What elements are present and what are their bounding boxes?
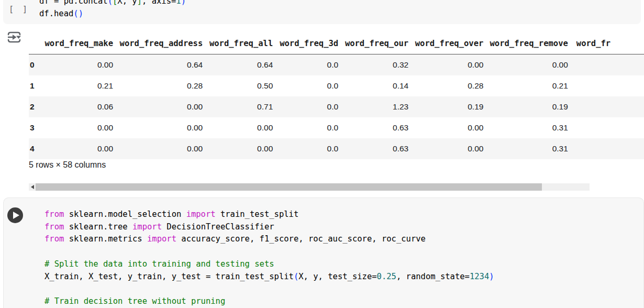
- table-cell: 0.00: [203, 117, 273, 138]
- table-cell: 0.00: [113, 117, 203, 138]
- code-editor-bottom[interactable]: from sklearn.model_selection import trai…: [45, 208, 494, 308]
- column-header: word_freq_all: [203, 33, 273, 54]
- table-cell: 0.14: [338, 75, 408, 96]
- code-line: [45, 246, 494, 258]
- table-cell: 0.21: [483, 75, 568, 96]
- table-cell: 0.71: [203, 96, 273, 117]
- column-header: word_freq_make: [42, 33, 113, 54]
- table-cell: 0.21: [42, 75, 113, 96]
- row-index: 3: [29, 117, 42, 138]
- table-cell: 0.31: [483, 117, 568, 138]
- row-index: 1: [29, 75, 42, 96]
- code-cell-top[interactable]: [ ] df = pd.concat([X, y], axis=1)df.hea…: [3, 0, 641, 24]
- column-header: word_freq_remove: [483, 33, 568, 54]
- horizontal-scrollbar[interactable]: [29, 183, 590, 191]
- table-cell: 0.63: [338, 138, 408, 159]
- code-line: df.head(): [39, 8, 186, 20]
- play-icon: [13, 212, 19, 219]
- execution-indicator[interactable]: [ ]: [9, 5, 29, 14]
- table-cell: [568, 117, 644, 138]
- table-cell: 0.00: [42, 54, 113, 76]
- table-row: 00.000.640.640.00.320.000.00: [29, 54, 644, 76]
- table-cell: 0.00: [42, 138, 113, 159]
- table-header-row: word_freq_makeword_freq_addressword_freq…: [29, 33, 644, 54]
- table-cell: [568, 75, 644, 96]
- table-cell: 0.0: [273, 54, 338, 76]
- code-line: X_train, X_test, y_train, y_test = train…: [45, 271, 494, 283]
- dataframe-output: word_freq_makeword_freq_addressword_freq…: [29, 33, 644, 159]
- table-cell: 0.00: [113, 138, 203, 159]
- table-cell: 0.19: [408, 96, 483, 117]
- table-cell: 0.00: [203, 138, 273, 159]
- table-cell: 0.00: [113, 96, 203, 117]
- table-cell: 0.64: [113, 54, 203, 76]
- index-header: [29, 33, 42, 54]
- table-cell: 0.0: [273, 96, 338, 117]
- run-cell-button[interactable]: [7, 207, 23, 223]
- code-line: df = pd.concat([X, y], axis=1): [39, 0, 186, 8]
- table-row: 20.060.000.710.01.230.190.19: [29, 96, 644, 117]
- table-cell: 0.00: [408, 138, 483, 159]
- table-cell: 0.28: [408, 75, 483, 96]
- table-cell: 0.00: [408, 54, 483, 76]
- table-cell: 0.0: [273, 117, 338, 138]
- table-cell: 0.64: [203, 54, 273, 76]
- table-row: 10.210.280.500.00.140.280.21: [29, 75, 644, 96]
- code-line: from sklearn.tree import DecisionTreeCla…: [45, 221, 494, 234]
- table-row: 30.000.000.000.00.630.000.31: [29, 117, 644, 138]
- row-index: 4: [29, 138, 42, 159]
- column-header: word_freq_3d: [273, 33, 338, 54]
- notebook-page: [ ] df = pd.concat([X, y], axis=1)df.hea…: [0, 0, 644, 308]
- dataframe-summary: 5 rows × 58 columns: [29, 160, 106, 170]
- table-cell: 0.31: [483, 138, 568, 159]
- table-cell: [568, 54, 644, 76]
- code-line: # Train decision tree without pruning: [45, 295, 494, 308]
- table-cell: 0.32: [338, 54, 408, 76]
- table-cell: 0.00: [42, 117, 113, 138]
- code-line: from sklearn.metrics import accuracy_sco…: [45, 233, 494, 246]
- code-line: [45, 283, 494, 295]
- table-cell: 0.00: [483, 54, 568, 76]
- column-header: word_fr: [568, 33, 644, 54]
- table-cell: 0.06: [42, 96, 113, 117]
- table-cell: 0.0: [273, 138, 338, 159]
- table-cell: 0.28: [113, 75, 203, 96]
- code-editor-top[interactable]: df = pd.concat([X, y], axis=1)df.head(): [39, 0, 186, 20]
- dataframe-table: word_freq_makeword_freq_addressword_freq…: [29, 33, 644, 159]
- row-index: 0: [29, 54, 42, 76]
- column-header: word_freq_our: [338, 33, 408, 54]
- scrollbar-thumb[interactable]: [36, 183, 542, 191]
- scroll-left-arrow-icon[interactable]: [31, 185, 34, 189]
- table-cell: 1.23: [338, 96, 408, 117]
- table-cell: 0.00: [408, 117, 483, 138]
- code-line: # Split the data into training and testi…: [45, 258, 494, 271]
- cell-output-toggle-icon[interactable]: [6, 30, 23, 47]
- code-line: from sklearn.model_selection import trai…: [45, 208, 494, 221]
- column-header: word_freq_over: [408, 33, 483, 54]
- table-cell: 0.50: [203, 75, 273, 96]
- table-cell: 0.0: [273, 75, 338, 96]
- table-cell: 0.19: [483, 96, 568, 117]
- table-row: 40.000.000.000.00.630.000.31: [29, 138, 644, 159]
- table-cell: 0.63: [338, 117, 408, 138]
- table-cell: [568, 138, 644, 159]
- table-cell: [568, 96, 644, 117]
- row-index: 2: [29, 96, 42, 117]
- column-header: word_freq_address: [113, 33, 203, 54]
